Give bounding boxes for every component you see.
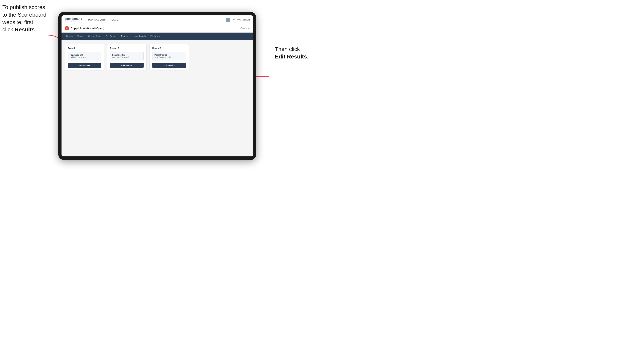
tab-navigation: Details Teams Course Setup Tee Groups Re… [62,33,253,40]
round-1-title: Round 1 [68,47,101,49]
nav-links: TOURNAMENTS TEAMS [88,18,226,21]
edit-results-button-3[interactable]: Edit Results [152,63,186,68]
round-2-title: Round 2 [110,47,144,49]
tab-tee-groups[interactable]: Tee Groups [103,33,119,40]
round-2-course-details: Gold (M) (7010 yds) [112,56,142,58]
tab-details[interactable]: Details [64,33,75,40]
round-1-course-name: Peachtree GC [70,54,99,56]
round-1-course-card: Peachtree GC Gold (M) (7010 yds) [68,52,101,60]
edit-results-button-2[interactable]: Edit Results [110,63,144,68]
tablet-screen: SCOREBOARD Powered by clippd TOURNAMENTS… [62,15,253,157]
tab-printables[interactable]: Printables [148,33,162,40]
user-area: T Test User | Sign out [226,18,250,22]
brand-logo: SCOREBOARD Powered by clippd [65,18,82,21]
user-name: Test User | [232,18,241,21]
round-1-card: Round 1 Peachtree GC Gold (M) (7010 yds)… [65,44,104,71]
instruction-right-text: Then clickEdit Results. [275,46,308,60]
tournament-title-area: C Clippd Invitational (Open) [65,26,104,30]
instruction-right: Then clickEdit Results. [275,45,316,60]
cancel-button[interactable]: Cancel ✕ [240,27,250,30]
rounds-grid: Round 1 Peachtree GC Gold (M) (7010 yds)… [65,44,250,71]
round-3-title: Round 3 [152,47,186,49]
round-3-card: Round 3 Peachtree GC Gold (M) (7010 yds)… [149,44,189,71]
round-3-course-name: Peachtree GC [154,54,184,56]
brand-name: SCOREBOARD [65,18,82,20]
nav-tournaments[interactable]: TOURNAMENTS [88,18,106,21]
round-2-course-name: Peachtree GC [112,54,142,56]
user-avatar: T [226,18,230,22]
powered-by: Powered by clippd [65,20,82,21]
edit-results-button-1[interactable]: Edit Results [68,63,101,68]
tab-teams[interactable]: Teams [75,33,86,40]
tab-leaderboards[interactable]: Leaderboards [130,33,148,40]
round-2-course-card: Peachtree GC Gold (M) (7010 yds) [110,52,144,60]
round-1-course-details: Gold (M) (7010 yds) [70,56,99,58]
instruction-left: To publish scoresto the Scoreboardwebsit… [2,3,48,33]
close-icon: ✕ [248,27,250,30]
top-navigation: SCOREBOARD Powered by clippd TOURNAMENTS… [62,15,253,24]
tournament-header: C Clippd Invitational (Open) Cancel ✕ [62,24,253,33]
instruction-left-text: To publish scoresto the Scoreboardwebsit… [2,4,46,33]
tournament-name: Clippd Invitational (Open) [70,27,104,30]
main-content: Round 1 Peachtree GC Gold (M) (7010 yds)… [62,40,253,157]
nav-teams[interactable]: TEAMS [110,18,118,21]
sign-out-link[interactable]: Sign out [242,18,250,21]
tab-results[interactable]: Results [119,33,130,40]
tournament-icon: C [65,26,69,30]
round-3-course-card: Peachtree GC Gold (M) (7010 yds) [152,52,186,60]
round-2-card: Round 2 Peachtree GC Gold (M) (7010 yds)… [107,44,146,71]
tablet-device: SCOREBOARD Powered by clippd TOURNAMENTS… [58,12,256,160]
round-3-course-details: Gold (M) (7010 yds) [154,56,184,58]
tab-course-setup[interactable]: Course Setup [86,33,103,40]
